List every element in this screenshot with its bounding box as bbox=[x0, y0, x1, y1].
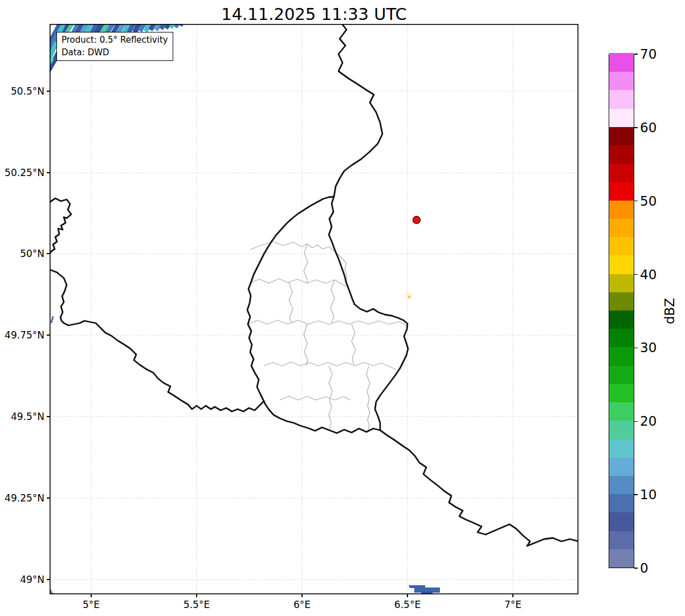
belgium-germany-border bbox=[334, 24, 382, 197]
france-germany-border bbox=[380, 430, 578, 546]
canton-border-path bbox=[250, 242, 334, 251]
colorbar-color-block bbox=[609, 310, 634, 329]
colorbar-color-block bbox=[609, 329, 634, 348]
colorbar-color-block bbox=[609, 384, 634, 402]
colorbar-color-block bbox=[609, 255, 634, 274]
france-belgium-border-givet bbox=[50, 198, 71, 254]
colorbar-color-block bbox=[609, 421, 634, 439]
colorbar-tick-mark bbox=[634, 54, 638, 55]
colorbar-tick-mark bbox=[634, 494, 638, 495]
lon-tick-mark bbox=[91, 594, 92, 597]
colorbar-tick-label: 0 bbox=[640, 561, 649, 576]
canton-border-path bbox=[289, 283, 293, 323]
lat-tick-mark bbox=[47, 253, 50, 254]
colorbar-color-block bbox=[609, 292, 634, 311]
canton-border-path bbox=[304, 244, 308, 283]
radar-site-marker bbox=[413, 217, 421, 224]
colorbar-color-block bbox=[609, 145, 634, 164]
data-source-label: Data: DWD bbox=[62, 46, 168, 59]
product-label: Product: 0.5° Reflectivity bbox=[62, 34, 168, 46]
canton-border-path bbox=[248, 320, 407, 326]
colorbar-color-block bbox=[609, 531, 634, 549]
colorbar-tick-mark bbox=[634, 201, 638, 202]
colorbar-tick-mark bbox=[634, 127, 638, 128]
colorbar-color-block bbox=[609, 549, 634, 568]
colorbar-tick-mark bbox=[634, 421, 638, 422]
colorbar bbox=[609, 54, 634, 568]
france-belgium-border bbox=[50, 270, 264, 411]
colorbar-color-block bbox=[609, 457, 634, 476]
lat-tick-mark bbox=[47, 416, 50, 417]
product-info-box: Product: 0.5° Reflectivity Data: DWD bbox=[56, 32, 173, 61]
lon-tick-label: 7°E bbox=[504, 599, 521, 610]
colorbar-color-block bbox=[609, 164, 634, 182]
colorbar-color-block bbox=[609, 72, 634, 91]
lon-tick-label: 5°E bbox=[83, 599, 100, 610]
colorbar-tick-label: 70 bbox=[640, 47, 657, 62]
lat-tick-label: 50°N bbox=[0, 248, 44, 259]
colorbar-color-block bbox=[609, 218, 634, 237]
colorbar-tick-label: 60 bbox=[640, 120, 657, 135]
lon-tick-mark bbox=[512, 594, 513, 597]
colorbar-color-block bbox=[609, 475, 634, 494]
canton-border-path bbox=[280, 396, 350, 400]
colorbar-unit-label: dBZ bbox=[662, 298, 677, 324]
colorbar-color-block bbox=[609, 512, 634, 531]
colorbar-tick-mark bbox=[634, 274, 638, 275]
lat-tick-label: 50.25°N bbox=[0, 167, 44, 178]
lon-tick-mark bbox=[301, 594, 303, 597]
lon-tick-label: 6.5°E bbox=[394, 599, 421, 610]
map-canvas bbox=[50, 24, 578, 594]
lat-tick-mark bbox=[47, 91, 50, 92]
colorbar-tick-label: 50 bbox=[640, 194, 657, 209]
radar-echo-blob bbox=[408, 296, 410, 298]
colorbar-color-block bbox=[609, 108, 634, 127]
colorbar-tick-label: 30 bbox=[640, 340, 657, 355]
lon-tick-label: 5.5°E bbox=[184, 599, 210, 610]
radar-map-figure: 14.11.2025 11:33 UTC Product: 0.5° Refle… bbox=[0, 0, 685, 616]
plot-title: 14.11.2025 11:33 UTC bbox=[50, 5, 578, 24]
colorbar-color-block bbox=[609, 90, 634, 109]
lon-tick-mark bbox=[196, 594, 197, 597]
canton-border-path bbox=[304, 324, 308, 366]
colorbar-tick-label: 40 bbox=[640, 267, 657, 282]
colorbar-tick-mark bbox=[634, 568, 638, 569]
lat-tick-label: 49.25°N bbox=[0, 492, 44, 504]
lat-tick-label: 50.5°N bbox=[0, 85, 44, 97]
lat-tick-label: 49°N bbox=[0, 574, 44, 585]
colorbar-color-block bbox=[609, 200, 634, 219]
colorbar-color-block bbox=[609, 494, 634, 513]
colorbar-color-block bbox=[609, 127, 634, 145]
canton-border-path bbox=[366, 366, 370, 431]
colorbar-color-block bbox=[609, 274, 634, 292]
colorbar-color-block bbox=[609, 365, 634, 384]
lat-tick-label: 49.75°N bbox=[0, 329, 44, 341]
canton-border-path bbox=[352, 324, 356, 365]
canton-border-path bbox=[249, 279, 346, 287]
colorbar-color-block bbox=[609, 237, 634, 256]
lat-tick-mark bbox=[47, 172, 50, 173]
colorbar-tick-mark bbox=[634, 348, 638, 349]
lat-tick-mark bbox=[47, 579, 50, 580]
lon-tick-label: 6°E bbox=[293, 599, 311, 610]
radar-echo-streak bbox=[50, 316, 54, 323]
colorbar-color-block bbox=[609, 53, 634, 72]
lat-tick-label: 49.5°N bbox=[0, 411, 44, 422]
colorbar-color-block bbox=[609, 347, 634, 366]
colorbar-color-block bbox=[609, 439, 634, 458]
canton-border-path bbox=[331, 280, 335, 323]
colorbar-color-block bbox=[609, 402, 634, 421]
colorbar-tick-label: 10 bbox=[640, 487, 657, 502]
map-frame bbox=[50, 25, 578, 594]
lat-tick-mark bbox=[47, 334, 50, 336]
lon-tick-mark bbox=[407, 594, 408, 597]
lat-tick-mark bbox=[47, 497, 50, 499]
colorbar-gradient bbox=[609, 55, 634, 568]
colorbar-color-block bbox=[609, 182, 634, 201]
colorbar-tick-label: 20 bbox=[640, 414, 657, 429]
canton-border-path bbox=[329, 366, 332, 429]
